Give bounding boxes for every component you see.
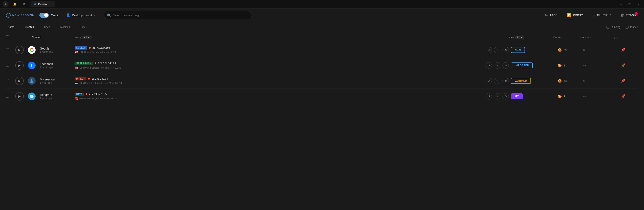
column-toggle-icon[interactable]: ⋮⋮⋮ [613,35,623,39]
multiple-icon: ⊞ [592,13,596,17]
desktop-tab[interactable]: 🖥 Desktop ▼ [30,1,55,7]
refresh-session-button[interactable]: ↺ [486,47,492,53]
proxy-status-dot [89,47,91,49]
pin-button[interactable]: 📌 [621,79,626,83]
status-badge[interactable]: WARMED [511,78,531,84]
rotate-proxy-button[interactable]: ↻ [502,62,509,69]
cookies-cell: 🍪 4 [558,63,583,67]
col-header-modified[interactable]: Modified [59,25,72,29]
row-action-buttons: ↺ ⑂ ↻ [486,62,511,69]
proxy-filter-button[interactable]: All ▼ [82,35,92,39]
search-input[interactable] [104,11,252,19]
refresh-session-button[interactable]: ↺ [486,93,492,99]
rotate-proxy-button[interactable]: ↻ [502,47,509,53]
more-options-button[interactable]: ⋮ [632,48,636,52]
play-button[interactable]: ▶ [15,92,24,101]
row-checkbox[interactable] [6,95,9,98]
th-proxy: Proxy All ▼ [74,35,481,39]
rotate-proxy-button[interactable]: ↻ [502,93,509,99]
trash-icon: 🗑 [621,13,624,17]
th-created[interactable]: ↓↑ Created [28,36,74,39]
col-header-name[interactable]: Name [6,25,16,29]
status-badge[interactable]: MY [511,93,522,99]
close-button[interactable]: ✕ [636,2,642,7]
edit-description-button[interactable]: ✏ [583,64,586,67]
quick-toggle-group: Quick [40,13,58,18]
settings-icon[interactable]: ⚙ [21,1,27,7]
pin-button[interactable]: 📌 [621,63,626,68]
more-options-button[interactable]: ⋮ [632,63,636,68]
new-session-button[interactable]: + NEW SESSION [6,13,34,17]
session-date: 1 month ago [40,66,53,69]
notifications-icon[interactable]: 🔔 [12,1,18,7]
table-header-row: ↓↑ Created Proxy All ▼ Status All ▼ Cook… [6,32,638,42]
minimize-button[interactable]: ─ [618,2,624,7]
status-filter-button[interactable]: All ▼ [515,35,524,39]
multiple-button[interactable]: ⊞ MULTIPLE [590,12,614,18]
more-options-button[interactable]: ⋮ [632,79,636,83]
col-header-created[interactable]: Created [23,25,36,29]
cookies-count: 2 [564,95,565,98]
tags-button[interactable]: 🏷 TAGS [542,12,560,18]
col-header-used[interactable]: Used [42,25,52,29]
play-button[interactable]: ▶ [15,77,24,85]
status-badge[interactable]: NEW [511,47,525,53]
clone-session-button[interactable]: ⑂ [494,62,500,69]
more-options-button[interactable]: ⋮ [632,94,636,99]
sessions-table: ↓↑ Created Proxy All ▼ Status All ▼ Cook… [0,32,644,104]
status-filter-chevron-icon: ▼ [520,36,522,38]
trash-button[interactable]: 🗑 TRASH 1 [618,12,638,18]
row-checkbox[interactable] [6,48,9,51]
select-all-checkbox[interactable] [6,35,9,38]
row-checkbox[interactable] [6,64,9,67]
quick-toggle-switch[interactable] [40,13,49,18]
proxy-filter-chevron-icon: ▼ [88,36,90,38]
row-checkbox[interactable] [6,79,9,82]
proxy-status-dot [88,78,90,80]
preset-icon: 👤 [66,13,70,17]
session-name-block: My session 1 week ago [40,78,55,84]
refresh-session-button[interactable]: ↺ [486,62,492,69]
maximize-button[interactable]: □ [627,2,632,7]
preset-chevron-icon: ▼ [94,14,96,16]
proxy-ip: 209.127.143.99 [98,62,116,65]
clone-session-button[interactable]: ⑂ [494,78,500,84]
proxy-type-tag: SOCKS5 [74,46,87,49]
proxy-block: HTTP 217.69.127.195 🇬🇧 GB (United Kingdo… [74,93,486,100]
session-date: 1 week ago [40,81,55,84]
running-checkbox[interactable] [606,26,609,28]
proxy-type-tag: HTTP [74,93,84,96]
tags-icon: 🏷 [545,13,548,17]
running-filter[interactable]: Running [606,26,620,28]
play-button[interactable]: ▶ [15,61,24,70]
session-status-cell: MY [511,93,558,99]
col-header-timer[interactable]: Timer [78,25,88,29]
sessions-list: ▶ Google 1 month ago SOCKS5 217.69.127.1… [6,42,638,104]
play-button[interactable]: ▶ [15,46,24,54]
proxy-type-tag: DIRECT [74,77,86,80]
refresh-session-button[interactable]: ↺ [486,78,492,84]
clone-session-button[interactable]: ⑂ [494,47,500,53]
tab-chevron-icon: ▼ [50,3,52,5]
pin-button[interactable]: 📌 [621,48,626,52]
clone-session-button[interactable]: ⑂ [494,93,500,99]
proxy-button[interactable]: 🔀 PROXY [565,12,585,18]
description-cell: ✏ [583,63,617,67]
edit-description-button[interactable]: ✏ [583,48,586,52]
session-date: 1 week ago [40,97,52,99]
table-row: ▶ Telegram 1 week ago HTTP 217.69.127.19… [6,89,638,104]
pin-button[interactable]: 📌 [621,94,626,99]
edit-description-button[interactable]: ✏ [583,95,586,98]
preset-selector[interactable]: 👤 Desktop preset ▼ [64,12,98,18]
cookies-count: 13 [564,79,566,83]
edit-description-button[interactable]: ✏ [583,79,586,83]
trash-label: TRASH [626,13,636,17]
rotate-proxy-button[interactable]: ↻ [502,78,509,84]
pinned-checkbox[interactable] [626,26,628,28]
proxy-location-text: US (United States) New York, NY 10286 [80,66,121,69]
pinned-filter[interactable]: Pinned [626,26,638,28]
proxy-block: DIRECT 18.198.130.34 🇩🇪 DE (Germany) Fra… [74,77,486,85]
pinned-label: Pinned [630,26,638,28]
status-badge[interactable]: IMPORTED [511,62,533,68]
pin-cell: 📌 [617,94,630,99]
